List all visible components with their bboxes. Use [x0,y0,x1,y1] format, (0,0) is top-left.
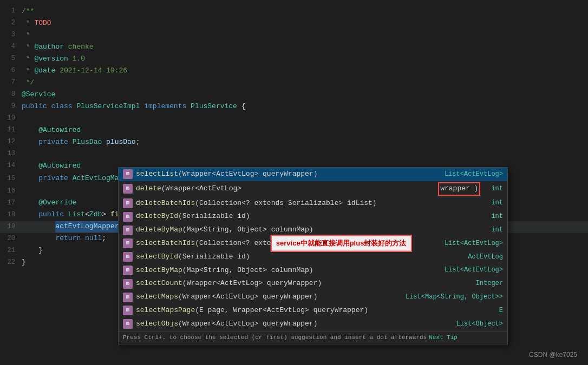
method-name: delete [136,183,161,195]
method-return: int [480,211,503,222]
method-params: (Wrapper<ActEvtLog> queryWrapper) [178,318,446,330]
method-name: selectById [136,251,178,263]
method-return: Integer [465,278,503,289]
ac-item-delete[interactable]: m delete (Wrapper<ActEvtLog> wrapper ) i… [119,181,507,197]
method-name: deleteByMap [136,224,182,236]
method-params: (Collection<? extends Serializable> idLi… [195,238,434,249]
code-line-3: 3 * [0,29,588,41]
method-name: selectMaps [136,291,178,303]
method-icon: m [123,169,133,179]
code-line-1: 1 /** [0,5,588,17]
method-return: ActEvtLog [457,252,503,262]
code-line-4: 4 * @author chenke [0,41,588,53]
method-return: int [480,225,503,235]
method-name: selectObjs [136,318,178,330]
ac-item-deletebatchids[interactable]: m deleteBatchIds (Collection<? extends S… [119,197,507,210]
autocomplete-dropdown[interactable]: m selectList (Wrapper<ActEvtLog> queryWr… [118,167,508,344]
ac-item-selectbymap[interactable]: m selectByMap (Map<String, Object> colum… [119,264,507,277]
watermark: CSDN @ke7025 [529,351,577,359]
code-line-12: 12 private PlusDao plusDao; [0,136,588,148]
code-line-13: 13 [0,148,588,160]
method-icon: m [123,279,133,289]
method-params: (Wrapper<ActEvtLog> queryWrapper) [178,291,395,303]
method-params: (Serializable id) [178,251,457,263]
wrapper-highlight: wrapper ) [438,182,480,196]
method-name: selectMapsPage [136,305,195,316]
code-line-11: 11 @Autowired [0,124,588,136]
ac-item-selectbatchids[interactable]: m selectBatchIds (Collection<? extends S… [119,237,507,250]
method-name: selectByMap [136,265,182,276]
method-icon: m [123,225,133,235]
footer-text: Press Ctrl+. to choose the selected (or … [123,333,427,343]
method-return: int [480,198,503,208]
method-return: List<ActEvtLog> [434,238,503,249]
ac-item-selectcount[interactable]: m selectCount (Wrapper<ActEvtLog> queryW… [119,277,507,290]
method-return: int [480,184,503,194]
method-params: (Collection<? extends Serializable> idLi… [195,198,480,209]
method-icon: m [123,319,133,329]
method-return: List<Map<String, Object>> [395,292,503,302]
ac-item-selectbyid[interactable]: m selectById (Serializable id) ActEvtLog [119,250,507,264]
method-icon: m [123,293,133,302]
method-params: (Wrapper<ActEvtLog> [161,183,438,195]
editor-area: 1 /** 2 * TODO 3 * 4 * @author chenke 5 … [0,0,588,274]
code-line-7: 7 */ [0,77,588,89]
method-return: List<ActEvtLog> [434,265,503,275]
method-icon: m [123,198,133,208]
method-return: List<Object> [446,319,503,329]
method-icon: m [123,212,133,222]
method-params: (Serializable id) [178,211,480,222]
ac-item-selectlist[interactable]: m selectList (Wrapper<ActEvtLog> queryWr… [119,168,507,181]
method-name: deleteBatchIds [136,198,195,209]
code-line-9: 9 public class PlusServiceImpl implement… [0,101,588,112]
method-name: selectCount [136,278,182,289]
method-params: (Wrapper<ActEvtLog> queryWrapper) [178,169,434,180]
method-params: (Wrapper<ActEvtLog> queryWrapper) [182,278,465,289]
method-name: deleteById [136,211,178,222]
code-line-6: 6 * @date 2021-12-14 10:26 [0,65,588,77]
method-icon: m [123,238,133,248]
method-return: E [488,306,503,316]
ac-item-deletebyid[interactable]: m deleteById (Serializable id) int [119,210,507,223]
method-icon: m [123,306,133,315]
ac-item-selectmaps[interactable]: m selectMaps (Wrapper<ActEvtLog> queryWr… [119,290,507,304]
ac-item-deletebymap[interactable]: m deleteByMap (Map<String, Object> colum… [119,223,507,237]
method-name: selectList [136,169,178,180]
method-name: selectBatchIds [136,238,195,249]
code-line-2: 2 * TODO [0,17,588,29]
ac-item-selectmapspage[interactable]: m selectMapsPage (E page, Wrapper<ActEvt… [119,304,507,317]
code-line-8: 8 @Service [0,89,588,101]
ac-item-selectobjs[interactable]: m selectObjs (Wrapper<ActEvtLog> queryWr… [119,317,507,331]
code-line-10: 10 [0,112,588,124]
autocomplete-footer: Press Ctrl+. to choose the selected (or … [119,331,507,344]
method-icon: m [123,184,133,194]
code-line-5: 5 * @version 1.0 [0,53,588,65]
method-params: (Map<String, Object> columnMap) [182,224,481,236]
method-icon: m [123,266,133,275]
method-icon: m [123,252,133,262]
method-return: List<ActEvtLog> [434,169,503,180]
method-params: (E page, Wrapper<ActEvtLog> queryWrapper… [195,305,488,316]
next-tip-link[interactable]: Next Tip [429,333,458,343]
method-params: (Map<String, Object> columnMap) [182,265,434,276]
